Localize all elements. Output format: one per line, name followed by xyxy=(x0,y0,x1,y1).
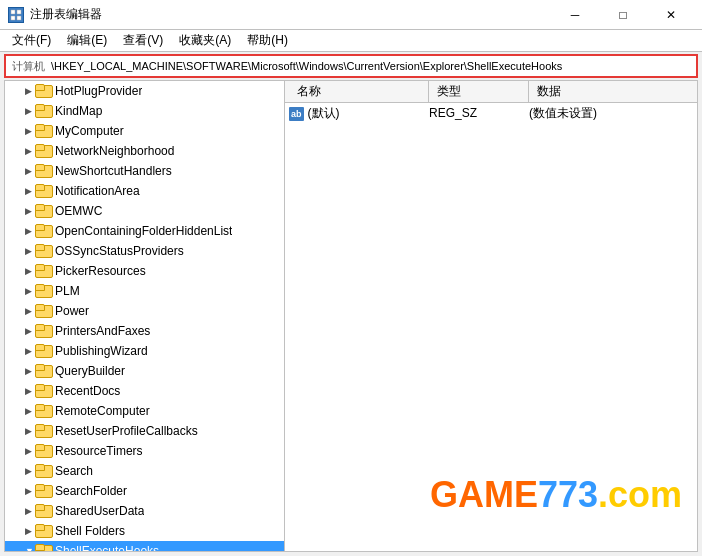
expand-arrow-icon: ▶ xyxy=(25,106,35,116)
tree-item-label: SharedUserData xyxy=(55,504,144,518)
folder-icon xyxy=(35,244,51,258)
folder-icon xyxy=(35,444,51,458)
folder-icon xyxy=(35,164,51,178)
expand-arrow-icon: ▶ xyxy=(25,346,35,356)
folder-icon xyxy=(35,84,51,98)
tree-item[interactable]: ▶OSSyncStatusProviders xyxy=(5,241,284,261)
tree-item[interactable]: ▶Power xyxy=(5,301,284,321)
folder-icon xyxy=(35,344,51,358)
expand-arrow-icon: ▶ xyxy=(25,246,35,256)
address-bar: 计算机 \HKEY_LOCAL_MACHINE\SOFTWARE\Microso… xyxy=(4,54,698,78)
expand-arrow-icon: ▶ xyxy=(25,286,35,296)
app-icon xyxy=(8,7,24,23)
tree-item-label: PickerResources xyxy=(55,264,146,278)
tree-item[interactable]: ▶HotPlugProvider xyxy=(5,81,284,101)
col-header-name[interactable]: 名称 xyxy=(289,81,429,102)
tree-item-label: ShellExecuteHooks xyxy=(55,544,159,551)
tree-item[interactable]: ▶Search xyxy=(5,461,284,481)
tree-item[interactable]: ▶PickerResources xyxy=(5,261,284,281)
tree-item-label: Power xyxy=(55,304,89,318)
menu-help[interactable]: 帮助(H) xyxy=(239,30,296,51)
expand-arrow-icon: ▶ xyxy=(25,226,35,236)
tree-item-label: MyComputer xyxy=(55,124,124,138)
tree-item[interactable]: ▶ResetUserProfileCallbacks xyxy=(5,421,284,441)
registry-value-row[interactable]: ab(默认)REG_SZ(数值未设置) xyxy=(285,103,697,123)
folder-icon xyxy=(35,464,51,478)
tree-item[interactable]: ▶QueryBuilder xyxy=(5,361,284,381)
folder-icon xyxy=(35,304,51,318)
column-headers: 名称 类型 数据 xyxy=(285,81,697,103)
col-header-data[interactable]: 数据 xyxy=(529,81,693,102)
close-button[interactable]: ✕ xyxy=(648,0,694,30)
tree-item[interactable]: ▶SharedUserData xyxy=(5,501,284,521)
menu-file[interactable]: 文件(F) xyxy=(4,30,59,51)
tree-item[interactable]: ▶NetworkNeighborhood xyxy=(5,141,284,161)
tree-item[interactable]: ▶PublishingWizard xyxy=(5,341,284,361)
value-name-cell: ab(默认) xyxy=(289,105,429,122)
tree-item[interactable]: ▶ResourceTimers xyxy=(5,441,284,461)
maximize-button[interactable]: □ xyxy=(600,0,646,30)
tree-item-label: QueryBuilder xyxy=(55,364,125,378)
tree-item[interactable]: ▶RemoteComputer xyxy=(5,401,284,421)
menu-favorites[interactable]: 收藏夹(A) xyxy=(171,30,239,51)
tree-item[interactable]: ▶PLM xyxy=(5,281,284,301)
tree-item-label: NetworkNeighborhood xyxy=(55,144,174,158)
tree-item[interactable]: ▶NewShortcutHandlers xyxy=(5,161,284,181)
svg-rect-1 xyxy=(17,10,21,14)
menu-view[interactable]: 查看(V) xyxy=(115,30,171,51)
svg-rect-3 xyxy=(17,16,21,20)
folder-icon xyxy=(35,284,51,298)
menu-edit[interactable]: 编辑(E) xyxy=(59,30,115,51)
expand-arrow-icon: ▶ xyxy=(25,366,35,376)
expand-arrow-icon: ▶ xyxy=(25,326,35,336)
expand-arrow-icon: ▶ xyxy=(25,126,35,136)
registry-value-list: ab(默认)REG_SZ(数值未设置) xyxy=(285,103,697,551)
value-name-text: (默认) xyxy=(308,106,340,120)
value-type-cell: REG_SZ xyxy=(429,106,529,120)
tree-item-label: OEMWC xyxy=(55,204,102,218)
expand-arrow-icon: ▶ xyxy=(25,86,35,96)
title-bar: 注册表编辑器 ─ □ ✕ xyxy=(0,0,702,30)
tree-item[interactable]: ▶NotificationArea xyxy=(5,181,284,201)
tree-item-label: SearchFolder xyxy=(55,484,127,498)
folder-icon xyxy=(35,544,51,551)
expand-arrow-icon: ▶ xyxy=(25,486,35,496)
tree-item[interactable]: ▼ShellExecuteHooks xyxy=(5,541,284,551)
tree-item-label: ResourceTimers xyxy=(55,444,143,458)
tree-item[interactable]: ▶RecentDocs xyxy=(5,381,284,401)
col-header-type[interactable]: 类型 xyxy=(429,81,529,102)
expand-arrow-icon: ▶ xyxy=(25,426,35,436)
value-data-cell: (数值未设置) xyxy=(529,105,693,122)
tree-item[interactable]: ▶OpenContainingFolderHiddenList xyxy=(5,221,284,241)
tree-item[interactable]: ▶KindMap xyxy=(5,101,284,121)
tree-item[interactable]: ▶SearchFolder xyxy=(5,481,284,501)
folder-icon xyxy=(35,264,51,278)
tree-item-label: KindMap xyxy=(55,104,102,118)
registry-values-panel: 名称 类型 数据 ab(默认)REG_SZ(数值未设置) xyxy=(285,81,697,551)
tree-item[interactable]: ▶OEMWC xyxy=(5,201,284,221)
folder-icon xyxy=(35,104,51,118)
address-path[interactable]: \HKEY_LOCAL_MACHINE\SOFTWARE\Microsoft\W… xyxy=(51,60,690,72)
folder-icon xyxy=(35,184,51,198)
tree-item[interactable]: ▶MyComputer xyxy=(5,121,284,141)
expand-arrow-icon: ▶ xyxy=(25,386,35,396)
tree-item[interactable]: ▶PrintersAndFaxes xyxy=(5,321,284,341)
folder-icon xyxy=(35,384,51,398)
folder-icon xyxy=(35,504,51,518)
expand-arrow-icon: ▶ xyxy=(25,266,35,276)
expand-arrow-icon: ▶ xyxy=(25,526,35,536)
main-content: ▶HotPlugProvider▶KindMap▶MyComputer▶Netw… xyxy=(4,80,698,552)
folder-icon xyxy=(35,324,51,338)
menu-bar: 文件(F) 编辑(E) 查看(V) 收藏夹(A) 帮助(H) xyxy=(0,30,702,52)
minimize-button[interactable]: ─ xyxy=(552,0,598,30)
window-controls: ─ □ ✕ xyxy=(552,0,694,30)
expand-arrow-icon: ▶ xyxy=(25,446,35,456)
folder-icon xyxy=(35,404,51,418)
expand-arrow-icon: ▶ xyxy=(25,466,35,476)
tree-item-label: ResetUserProfileCallbacks xyxy=(55,424,198,438)
folder-icon xyxy=(35,524,51,538)
folder-icon xyxy=(35,484,51,498)
tree-item-label: NotificationArea xyxy=(55,184,140,198)
tree-item[interactable]: ▶Shell Folders xyxy=(5,521,284,541)
tree-item-label: Shell Folders xyxy=(55,524,125,538)
